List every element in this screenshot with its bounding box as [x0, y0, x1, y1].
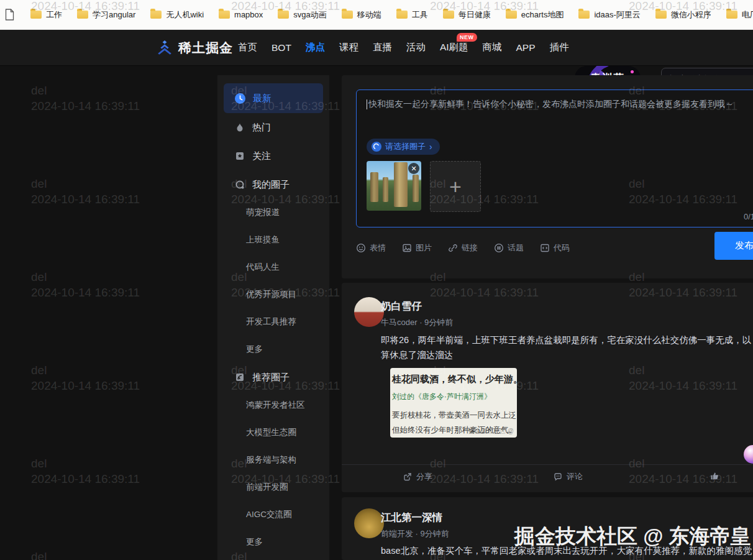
sidebar-item-following[interactable]: 关注 [217, 142, 329, 170]
chevron-right-icon: › [429, 142, 432, 152]
folder-icon [506, 11, 517, 19]
flame-icon [235, 122, 245, 132]
del-timestamp-watermark: del2024-10-14 16:39:11 [31, 549, 140, 560]
sidebar-circle-frontend[interactable]: 前端开发圈 [217, 474, 329, 501]
bookmark-item[interactable]: 微信小程序 [655, 9, 711, 21]
avatar[interactable] [354, 297, 384, 327]
topic-tool-button[interactable]: 话题 [494, 242, 524, 254]
sidebar-more-my-circles[interactable]: 更多 [217, 336, 329, 363]
nav-item-shop[interactable]: 商城 [483, 41, 502, 54]
sidebar-circle-llm[interactable]: 大模型生态圈 [217, 419, 329, 446]
nav-item-label: AI刷题 [440, 42, 468, 52]
thumbnail-art [394, 162, 408, 207]
bookmark-item[interactable]: svga动画 [278, 9, 326, 21]
nav-item-live[interactable]: 直播 [373, 41, 392, 54]
publish-button[interactable]: 发布 [714, 232, 753, 260]
del-timestamp-watermark: del2024-10-14 16:39:11 [31, 176, 140, 207]
sidebar-circle-backend[interactable]: 服务端与架构 [217, 446, 329, 474]
share-button[interactable]: 分享 [403, 471, 432, 482]
nav-item-home[interactable]: 首页 [238, 41, 257, 54]
bookmark-item[interactable]: 电厂吉林 [726, 9, 753, 21]
bookmark-item[interactable]: idaas-阿里云 [578, 9, 640, 21]
image-tool-button[interactable]: 图片 [402, 242, 432, 254]
bookmark-item[interactable]: 移动端 [342, 9, 381, 21]
action-label: 分享 [416, 471, 432, 482]
sidebar-circle-aigc[interactable]: AIGC交流圈 [217, 501, 329, 528]
sidebar-item-my-circles[interactable]: 我的圈子 [217, 170, 329, 199]
sidebar-item-recommend-circles[interactable]: 推荐圈子 [217, 363, 329, 392]
tool-label: 代码 [554, 242, 570, 254]
topic-icon [494, 243, 504, 253]
add-image-button[interactable]: + [430, 161, 481, 212]
thumbnail-art [383, 177, 388, 202]
nav-item-pins-active[interactable]: 沸点 [306, 41, 325, 54]
folder-icon [30, 11, 42, 19]
post-author[interactable]: 奶白雪仔 [381, 300, 422, 313]
sidebar-label: 我的圈子 [252, 179, 290, 191]
del-timestamp-watermark: del2024-10-14 16:39:11 [31, 83, 140, 114]
nav-item-plugin[interactable]: 插件 [550, 41, 569, 54]
bookmark-label: svga动画 [293, 9, 326, 21]
comment-button[interactable]: 评论 [553, 471, 583, 482]
plus-icon: + [449, 176, 462, 197]
post-meta: 牛马coder · 9分钟前 [381, 317, 453, 328]
folder-icon [396, 11, 408, 19]
sidebar-label: 热门 [252, 122, 271, 134]
thumbs-up-icon [710, 471, 719, 481]
nav-item-ai-quiz[interactable]: AI刷题NEW [440, 41, 468, 54]
tool-label: 链接 [462, 242, 478, 254]
sidebar-item-hot[interactable]: 热门 [217, 113, 329, 142]
sidebar-label: 推荐圈子 [252, 372, 290, 383]
juejin-logo-icon [157, 40, 173, 55]
folder-icon [342, 11, 353, 19]
top-navbar: 稀土掘金 首页 BOT 沸点 课程 直播 活动 AI刷题NEW 商城 APP 插… [0, 30, 753, 66]
select-circle-label: 请选择圈子 [385, 141, 426, 152]
tool-label: 图片 [416, 242, 432, 254]
image-icon [402, 243, 412, 253]
select-circle-button[interactable]: 请选择圈子 › [367, 139, 440, 155]
link-tool-button[interactable]: 链接 [448, 242, 478, 254]
sidebar-circle-devtools[interactable]: 开发工具推荐 [217, 308, 329, 336]
pin-editor-input[interactable]: 快和掘友一起分享新鲜事！告诉你个小秘密，发布沸点时添加圈子和话题会被更多掘友看到… [356, 90, 753, 227]
nav-item-bot[interactable]: BOT [272, 42, 291, 53]
star-doc-icon [235, 151, 245, 161]
nav-item-app[interactable]: APP [516, 42, 536, 53]
bookmark-item[interactable]: 工作 [30, 9, 62, 21]
folder-icon [655, 11, 667, 19]
bookmark-label: 工作 [46, 9, 62, 21]
avatar[interactable] [354, 508, 384, 538]
del-timestamp-watermark: del2024-10-14 16:39:11 [31, 269, 140, 300]
bookmark-item[interactable]: 无人机wiki [150, 9, 204, 21]
bookmark-item[interactable]: 学习angular [77, 9, 135, 21]
sidebar-circle-opensource[interactable]: 优秀开源项目 [217, 281, 329, 308]
juejin-logo[interactable]: 稀土掘金 [157, 30, 233, 65]
tool-label: 话题 [508, 242, 524, 254]
sidebar-circle-harmony[interactable]: 鸿蒙开发者社区 [217, 392, 329, 419]
attachment-row: ✕ + [367, 161, 753, 212]
page-icon[interactable] [5, 9, 14, 21]
code-icon [540, 243, 550, 253]
text-caret [367, 99, 367, 109]
sidebar-circle-code-life[interactable]: 代码人生 [217, 254, 329, 281]
nav-item-course[interactable]: 课程 [339, 41, 358, 54]
post-meta: 前端开发 · 9分钟前 [381, 528, 449, 539]
logo-text: 稀土掘金 [178, 39, 233, 57]
bookmark-item[interactable]: 工具 [396, 9, 428, 21]
bookmark-item[interactable]: 每日健康 [443, 9, 491, 21]
bookmark-item[interactable]: mapbox [219, 10, 263, 19]
remove-image-button[interactable]: ✕ [408, 163, 419, 174]
circle-icon [235, 180, 245, 190]
like-button[interactable] [710, 471, 719, 481]
nav-item-activity[interactable]: 活动 [406, 41, 426, 54]
code-tool-button[interactable]: 代码 [540, 242, 570, 254]
sidebar-circle-slack[interactable]: 上班摸鱼 [217, 226, 329, 254]
sidebar-more-recommend[interactable]: 更多 [217, 528, 329, 556]
attached-image-thumbnail[interactable]: ✕ [367, 161, 421, 211]
bookmark-item[interactable]: echarts地图 [506, 9, 564, 21]
post-author[interactable]: 江北第一深情 [381, 511, 442, 525]
sidebar-circle-pets[interactable]: 萌宠报道 [217, 199, 329, 226]
emoji-tool-button[interactable]: 表情 [356, 242, 386, 254]
sidebar-item-latest[interactable]: 最新 [224, 83, 323, 113]
pin-editor-card: 快和掘友一起分享新鲜事！告诉你个小秘密，发布沸点时添加圈子和话题会被更多掘友看到… [342, 75, 753, 278]
quote-image-card[interactable]: 桂花同载酒，终不似，少年游。 刘过的《唐多令·芦叶满汀洲》 要折枝桂花，带壶美酒… [390, 368, 517, 438]
